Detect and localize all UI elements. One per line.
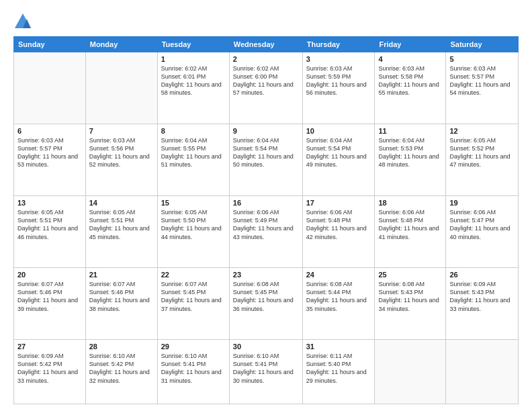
day-number: 16 — [233, 199, 299, 207]
day-number: 30 — [233, 342, 299, 351]
day-number: 3 — [306, 55, 371, 63]
day-info: Sunrise: 6:04 AM Sunset: 5:54 PM Dayligh… — [306, 136, 371, 169]
calendar-cell: 7Sunrise: 6:03 AM Sunset: 5:56 PM Daylig… — [85, 124, 157, 196]
day-info: Sunrise: 6:09 AM Sunset: 5:43 PM Dayligh… — [449, 280, 515, 313]
calendar-cell — [446, 340, 519, 404]
day-number: 2 — [233, 55, 299, 63]
calendar-cell: 24Sunrise: 6:08 AM Sunset: 5:44 PM Dayli… — [302, 268, 375, 340]
calendar-cell: 11Sunrise: 6:04 AM Sunset: 5:53 PM Dayli… — [375, 124, 446, 196]
day-number: 28 — [89, 342, 154, 351]
calendar-header-sunday: Sunday — [14, 37, 86, 52]
calendar-header-friday: Friday — [375, 37, 446, 52]
day-number: 15 — [161, 199, 226, 207]
day-info: Sunrise: 6:05 AM Sunset: 5:52 PM Dayligh… — [449, 136, 515, 169]
calendar-cell: 28Sunrise: 6:10 AM Sunset: 5:42 PM Dayli… — [85, 340, 157, 404]
day-info: Sunrise: 6:03 AM Sunset: 5:59 PM Dayligh… — [306, 64, 371, 97]
day-number: 1 — [161, 55, 226, 63]
day-number: 31 — [306, 342, 371, 351]
day-number: 4 — [378, 55, 442, 63]
day-info: Sunrise: 6:05 AM Sunset: 5:50 PM Dayligh… — [161, 208, 226, 241]
day-number: 8 — [161, 127, 226, 135]
calendar-cell: 9Sunrise: 6:04 AM Sunset: 5:54 PM Daylig… — [229, 124, 302, 196]
day-info: Sunrise: 6:10 AM Sunset: 5:42 PM Dayligh… — [89, 352, 154, 385]
day-info: Sunrise: 6:07 AM Sunset: 5:46 PM Dayligh… — [89, 280, 154, 313]
calendar-cell: 16Sunrise: 6:06 AM Sunset: 5:49 PM Dayli… — [229, 196, 302, 268]
day-info: Sunrise: 6:04 AM Sunset: 5:54 PM Dayligh… — [233, 136, 299, 169]
calendar-header-wednesday: Wednesday — [229, 37, 302, 52]
page: SundayMondayTuesdayWednesdayThursdayFrid… — [0, 0, 532, 411]
day-number: 11 — [378, 127, 442, 135]
calendar-week-3: 13Sunrise: 6:05 AM Sunset: 5:51 PM Dayli… — [14, 196, 519, 268]
calendar-cell: 10Sunrise: 6:04 AM Sunset: 5:54 PM Dayli… — [302, 124, 375, 196]
day-info: Sunrise: 6:02 AM Sunset: 6:01 PM Dayligh… — [161, 64, 226, 97]
day-info: Sunrise: 6:06 AM Sunset: 5:48 PM Dayligh… — [378, 208, 442, 241]
day-number: 27 — [17, 342, 82, 351]
day-info: Sunrise: 6:08 AM Sunset: 5:45 PM Dayligh… — [233, 280, 299, 313]
day-info: Sunrise: 6:08 AM Sunset: 5:44 PM Dayligh… — [306, 280, 371, 313]
calendar-cell: 8Sunrise: 6:04 AM Sunset: 5:55 PM Daylig… — [157, 124, 229, 196]
calendar-week-1: 1Sunrise: 6:02 AM Sunset: 6:01 PM Daylig… — [14, 52, 519, 124]
calendar-cell: 20Sunrise: 6:07 AM Sunset: 5:46 PM Dayli… — [14, 268, 86, 340]
day-info: Sunrise: 6:03 AM Sunset: 5:58 PM Dayligh… — [378, 64, 442, 97]
calendar-cell: 22Sunrise: 6:07 AM Sunset: 5:45 PM Dayli… — [157, 268, 229, 340]
calendar-cell: 31Sunrise: 6:11 AM Sunset: 5:40 PM Dayli… — [302, 340, 375, 404]
calendar-week-5: 27Sunrise: 6:09 AM Sunset: 5:42 PM Dayli… — [14, 340, 519, 404]
day-info: Sunrise: 6:06 AM Sunset: 5:48 PM Dayligh… — [306, 208, 371, 241]
logo-icon — [13, 12, 32, 31]
day-info: Sunrise: 6:06 AM Sunset: 5:47 PM Dayligh… — [449, 208, 515, 241]
day-number: 23 — [233, 271, 299, 279]
day-info: Sunrise: 6:06 AM Sunset: 5:49 PM Dayligh… — [233, 208, 299, 241]
day-number: 25 — [378, 271, 442, 279]
day-info: Sunrise: 6:08 AM Sunset: 5:43 PM Dayligh… — [378, 280, 442, 313]
day-info: Sunrise: 6:10 AM Sunset: 5:41 PM Dayligh… — [161, 352, 226, 385]
calendar-week-4: 20Sunrise: 6:07 AM Sunset: 5:46 PM Dayli… — [14, 268, 519, 340]
calendar-cell: 15Sunrise: 6:05 AM Sunset: 5:50 PM Dayli… — [157, 196, 229, 268]
calendar-cell: 6Sunrise: 6:03 AM Sunset: 5:57 PM Daylig… — [14, 124, 86, 196]
calendar-cell: 27Sunrise: 6:09 AM Sunset: 5:42 PM Dayli… — [14, 340, 86, 404]
day-info: Sunrise: 6:07 AM Sunset: 5:46 PM Dayligh… — [17, 280, 82, 313]
header — [13, 12, 519, 31]
calendar-cell: 29Sunrise: 6:10 AM Sunset: 5:41 PM Dayli… — [157, 340, 229, 404]
day-number: 12 — [449, 127, 515, 135]
day-info: Sunrise: 6:03 AM Sunset: 5:57 PM Dayligh… — [17, 136, 82, 169]
calendar-cell: 19Sunrise: 6:06 AM Sunset: 5:47 PM Dayli… — [446, 196, 519, 268]
calendar-header-monday: Monday — [85, 37, 157, 52]
day-info: Sunrise: 6:04 AM Sunset: 5:55 PM Dayligh… — [161, 136, 226, 169]
day-info: Sunrise: 6:04 AM Sunset: 5:53 PM Dayligh… — [378, 136, 442, 169]
calendar-cell: 13Sunrise: 6:05 AM Sunset: 5:51 PM Dayli… — [14, 196, 86, 268]
calendar-cell — [85, 52, 157, 124]
logo — [13, 12, 35, 31]
day-number: 14 — [89, 199, 154, 207]
day-number: 26 — [449, 271, 515, 279]
day-number: 10 — [306, 127, 371, 135]
calendar-cell: 25Sunrise: 6:08 AM Sunset: 5:43 PM Dayli… — [375, 268, 446, 340]
day-info: Sunrise: 6:02 AM Sunset: 6:00 PM Dayligh… — [233, 64, 299, 97]
day-number: 13 — [17, 199, 82, 207]
day-number: 18 — [378, 199, 442, 207]
day-number: 6 — [17, 127, 82, 135]
calendar-header-row: SundayMondayTuesdayWednesdayThursdayFrid… — [14, 37, 519, 52]
day-number: 20 — [17, 271, 82, 279]
calendar-cell: 21Sunrise: 6:07 AM Sunset: 5:46 PM Dayli… — [85, 268, 157, 340]
calendar-cell — [375, 340, 446, 404]
day-info: Sunrise: 6:10 AM Sunset: 5:41 PM Dayligh… — [233, 352, 299, 385]
day-number: 21 — [89, 271, 154, 279]
day-number: 29 — [161, 342, 226, 351]
calendar-cell: 12Sunrise: 6:05 AM Sunset: 5:52 PM Dayli… — [446, 124, 519, 196]
day-number: 9 — [233, 127, 299, 135]
calendar-cell: 30Sunrise: 6:10 AM Sunset: 5:41 PM Dayli… — [229, 340, 302, 404]
day-number: 22 — [161, 271, 226, 279]
day-number: 19 — [449, 199, 515, 207]
day-number: 7 — [89, 127, 154, 135]
day-info: Sunrise: 6:03 AM Sunset: 5:56 PM Dayligh… — [89, 136, 154, 169]
day-info: Sunrise: 6:03 AM Sunset: 5:57 PM Dayligh… — [449, 64, 515, 97]
day-info: Sunrise: 6:05 AM Sunset: 5:51 PM Dayligh… — [89, 208, 154, 241]
calendar-cell: 23Sunrise: 6:08 AM Sunset: 5:45 PM Dayli… — [229, 268, 302, 340]
calendar-header-thursday: Thursday — [302, 37, 375, 52]
calendar-cell: 14Sunrise: 6:05 AM Sunset: 5:51 PM Dayli… — [85, 196, 157, 268]
calendar-cell: 17Sunrise: 6:06 AM Sunset: 5:48 PM Dayli… — [302, 196, 375, 268]
day-number: 5 — [449, 55, 515, 63]
calendar-cell: 3Sunrise: 6:03 AM Sunset: 5:59 PM Daylig… — [302, 52, 375, 124]
day-info: Sunrise: 6:09 AM Sunset: 5:42 PM Dayligh… — [17, 352, 82, 385]
day-info: Sunrise: 6:05 AM Sunset: 5:51 PM Dayligh… — [17, 208, 82, 241]
